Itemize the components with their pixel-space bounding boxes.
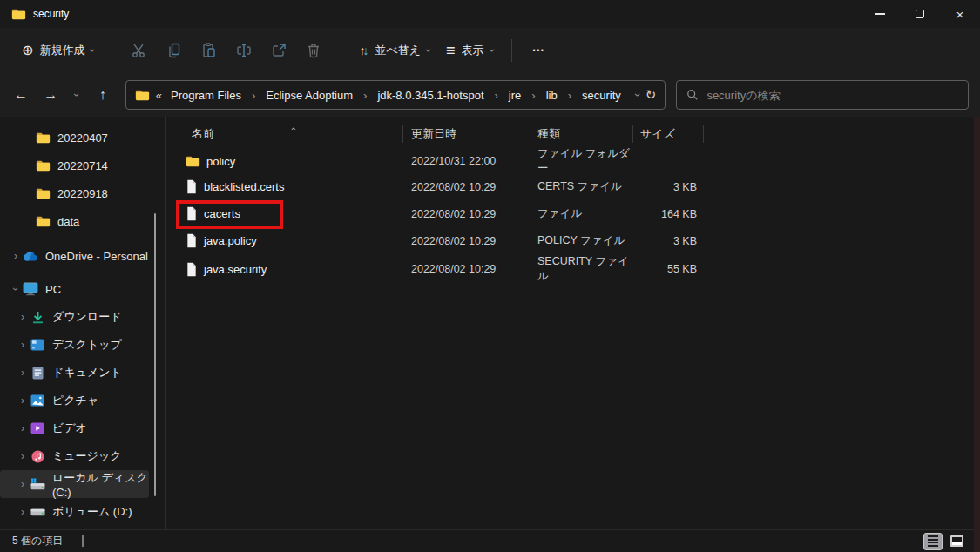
- breadcrumb-overflow-button[interactable]: «: [156, 89, 162, 102]
- breadcrumb-separator[interactable]: ›: [493, 89, 500, 102]
- chevron-right-icon[interactable]: ›: [16, 367, 30, 379]
- cut-button[interactable]: [122, 34, 157, 67]
- chevron-right-icon[interactable]: ›: [16, 339, 30, 351]
- sort-button-label: 並べ替え: [375, 43, 421, 58]
- view-button[interactable]: ≡ 表示 ›: [438, 37, 502, 64]
- sidebar-item-documents[interactable]: › ドキュメント: [0, 359, 165, 387]
- breadcrumb-separator[interactable]: ›: [530, 89, 537, 102]
- sidebar-item-20220407[interactable]: 20220407: [0, 124, 165, 151]
- search-icon: [686, 89, 699, 101]
- close-button[interactable]: ×: [940, 0, 980, 28]
- address-dropdown-button[interactable]: ›: [632, 93, 643, 97]
- share-button[interactable]: [261, 34, 296, 67]
- breadcrumb-item[interactable]: jdk-8.0.345.1-hotspot: [375, 87, 486, 104]
- sidebar-item-pc[interactable]: › PC: [0, 275, 165, 303]
- documents-icon: [30, 367, 45, 380]
- maximize-icon: [916, 10, 924, 18]
- chevron-right-icon[interactable]: ›: [16, 311, 30, 323]
- view-lines-icon: ≡: [446, 43, 456, 58]
- up-arrow-icon: ↑: [99, 87, 106, 103]
- column-header-label: サイズ: [640, 126, 675, 142]
- sidebar-scrollbar-thumb[interactable]: [154, 213, 156, 496]
- sidebar-item-20220714[interactable]: 20220714: [0, 151, 165, 179]
- sort-ascending-icon: ›: [287, 127, 298, 131]
- disk-d-icon: [30, 507, 45, 517]
- sidebar-item-20220918[interactable]: 20220918: [0, 179, 165, 207]
- refresh-button[interactable]: ↻: [645, 87, 657, 103]
- chevron-right-icon[interactable]: ›: [16, 450, 30, 462]
- column-header-name[interactable]: 名前 ›: [166, 122, 403, 146]
- recent-locations-button[interactable]: ›: [66, 81, 86, 110]
- sidebar-item-volume-d[interactable]: › ボリューム (D:): [0, 498, 165, 526]
- pc-monitor-icon: [23, 282, 38, 296]
- chevron-down-icon: ›: [423, 49, 434, 52]
- breadcrumb-item[interactable]: jre: [506, 87, 524, 104]
- chevron-right-icon[interactable]: ›: [16, 506, 30, 518]
- breadcrumb-item[interactable]: security: [579, 87, 624, 104]
- chevron-expanded-icon[interactable]: ›: [10, 282, 22, 296]
- file-row-blacklisted-certs[interactable]: blacklisted.certs 2022/08/02 10:29 CERTS…: [166, 173, 980, 200]
- copy-button[interactable]: [157, 34, 192, 67]
- sidebar-item-label: デスクトップ: [52, 337, 122, 353]
- more-options-button[interactable]: •••: [522, 34, 557, 67]
- breadcrumb-item[interactable]: lib: [544, 87, 560, 104]
- file-modified: 2022/08/02 10:29: [403, 181, 531, 193]
- folder-icon: [35, 187, 51, 199]
- column-header-size[interactable]: サイズ: [633, 122, 704, 146]
- breadcrumb-item[interactable]: Eclipse Adoptium: [263, 87, 355, 104]
- downloads-icon: [30, 311, 45, 324]
- file-row-java-policy[interactable]: java.policy 2022/08/02 10:29 POLICY ファイル…: [166, 227, 980, 254]
- delete-button[interactable]: [296, 34, 331, 67]
- sidebar-item-onedrive[interactable]: › OneDrive - Personal: [0, 242, 165, 270]
- file-row-policy[interactable]: policy 2022/10/31 22:00 ファイル フォルダー: [166, 146, 980, 173]
- file-name-cell: policy: [166, 155, 403, 168]
- sidebar-item-local-disk-c[interactable]: › ローカル ディスク (C:): [0, 470, 149, 498]
- chevron-right-icon[interactable]: ›: [9, 250, 23, 262]
- new-button[interactable]: ⊕ 新規作成 ›: [14, 37, 102, 64]
- address-bar[interactable]: « Program Files › Eclipse Adoptium › jdk…: [125, 80, 666, 110]
- up-button[interactable]: ↑: [89, 81, 117, 110]
- breadcrumb-item[interactable]: Program Files: [168, 87, 244, 104]
- plus-circle-icon: ⊕: [22, 44, 33, 57]
- chevron-down-icon: ›: [487, 49, 497, 52]
- sidebar-item-music[interactable]: › ミュージック: [0, 442, 165, 470]
- sidebar-item-data[interactable]: data: [0, 207, 165, 235]
- column-header-modified[interactable]: 更新日時: [403, 122, 531, 146]
- sidebar-item-pictures[interactable]: › ピクチャ: [0, 387, 165, 414]
- file-row-java-security[interactable]: java.security 2022/08/02 10:29 SECURITY …: [166, 254, 980, 281]
- chevron-right-icon[interactable]: ›: [16, 394, 30, 407]
- details-view-button[interactable]: [923, 533, 943, 550]
- maximize-button[interactable]: [900, 0, 940, 28]
- search-input[interactable]: [706, 89, 958, 102]
- file-type: POLICY ファイル: [531, 233, 633, 248]
- chevron-down-icon: ›: [71, 93, 82, 97]
- column-header-type[interactable]: 種類: [531, 122, 633, 146]
- file-row-cacerts[interactable]: cacerts 2022/08/02 10:29 ファイル 164 KB: [166, 200, 980, 227]
- breadcrumb-separator[interactable]: ›: [362, 89, 368, 102]
- breadcrumb-separator[interactable]: ›: [250, 89, 257, 102]
- large-icons-view-button[interactable]: [947, 533, 966, 550]
- search-box[interactable]: [676, 80, 969, 110]
- chevron-right-icon[interactable]: ›: [16, 478, 30, 490]
- file-name-cell: cacerts: [166, 206, 403, 221]
- window-title: security: [33, 8, 69, 20]
- folder-icon: [35, 159, 51, 172]
- sidebar-item-downloads[interactable]: › ダウンロード: [0, 303, 165, 331]
- sidebar-item-label: 20220714: [57, 159, 108, 172]
- status-bar: 5 個の項目: [0, 529, 980, 552]
- breadcrumb-separator[interactable]: ›: [566, 89, 573, 102]
- rename-button[interactable]: [226, 34, 261, 67]
- chevron-right-icon[interactable]: ›: [16, 422, 30, 434]
- minimize-button[interactable]: [860, 0, 900, 28]
- paste-button[interactable]: [192, 34, 226, 67]
- sidebar-item-label: ボリューム (D:): [52, 504, 132, 520]
- sidebar-item-videos[interactable]: › ビデオ: [0, 414, 165, 442]
- forward-button[interactable]: →: [37, 81, 64, 110]
- copy-icon: [166, 42, 183, 59]
- desktop-icon: [30, 339, 45, 351]
- new-button-label: 新規作成: [39, 43, 84, 58]
- sidebar-item-desktop[interactable]: › デスクトップ: [0, 331, 165, 359]
- sort-button[interactable]: ↑↓ 並べ替え ›: [351, 37, 438, 64]
- back-button[interactable]: ←: [7, 81, 35, 110]
- back-arrow-icon: ←: [14, 87, 28, 103]
